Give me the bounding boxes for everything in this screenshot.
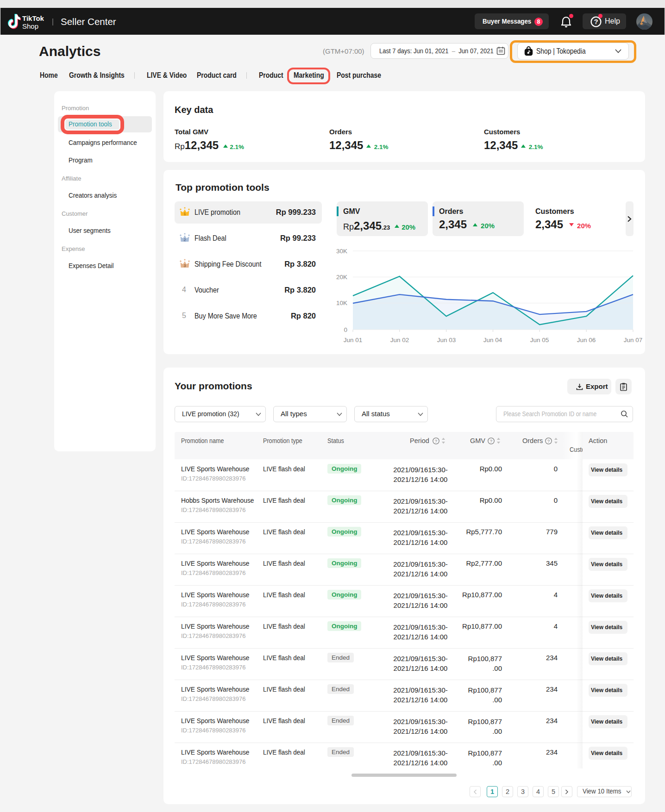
svg-text:?: ? (594, 18, 598, 25)
svg-text:2: 2 (183, 237, 186, 242)
svg-text:3: 3 (183, 263, 186, 268)
svg-text:?: ? (547, 438, 550, 443)
svg-text:?: ? (435, 438, 437, 443)
svg-text:1: 1 (183, 212, 186, 216)
svg-text:?: ? (490, 438, 492, 443)
